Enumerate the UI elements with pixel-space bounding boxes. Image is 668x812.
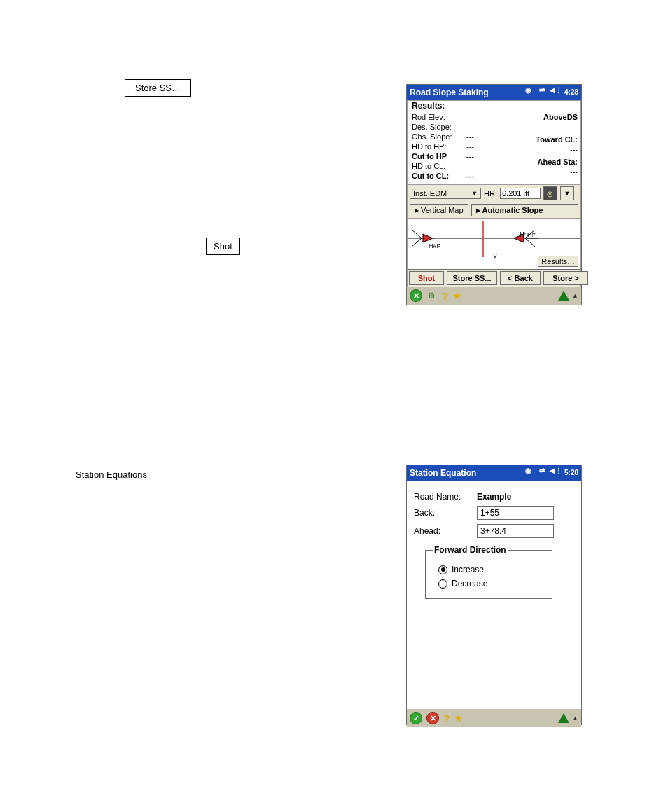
- globe-icon: ◉: [523, 467, 534, 479]
- svg-marker-4: [423, 234, 433, 242]
- results-panel: Results: Rod Elev:---Des. Slope:---Obs. …: [407, 100, 581, 184]
- speaker-icon: ◀⋮: [550, 467, 561, 479]
- result-value: ---: [466, 142, 474, 151]
- result-value: ---: [466, 112, 474, 122]
- ahead-label: Ahead:: [414, 526, 477, 536]
- forward-direction-group: Forward Direction Increase Decrease: [425, 545, 552, 599]
- result-value: ---: [466, 161, 474, 171]
- road-slope-staking-window: Road Slope Staking ◉ ⇄ ◀⋮ 4:28 Results: …: [406, 84, 582, 305]
- result-label: HD to CL:: [412, 161, 466, 171]
- radio-selected-icon: [438, 565, 447, 574]
- toward-cl-label: Toward CL:: [536, 135, 578, 144]
- ahead-input[interactable]: [477, 524, 554, 538]
- tabs-row: ▶ Vertical Map ▶ Automatic Slope: [408, 202, 580, 218]
- forward-direction-legend: Forward Direction: [433, 545, 508, 555]
- result-label: Des. Slope:: [412, 122, 466, 132]
- road-name-label: Road Name:: [414, 492, 477, 502]
- road-name-value: Example: [477, 492, 511, 502]
- inst-edm-select[interactable]: Inst. EDM ▼: [410, 188, 481, 199]
- increase-label: Increase: [452, 565, 484, 574]
- caret-up-icon[interactable]: ▲: [572, 292, 578, 299]
- tri-right-icon: ▶: [476, 207, 480, 214]
- titlebar: Station Equation ◉ ⇄ ◀⋮ 5:20: [407, 465, 581, 481]
- cross-section-map: H#P ᕼᴴH# V Results…: [408, 218, 580, 269]
- increase-option[interactable]: Increase: [438, 565, 545, 574]
- map-right-label: ᕼᴴH#: [520, 231, 536, 238]
- globe-icon: ◉: [523, 87, 534, 98]
- doc-shot-button: Shot: [206, 238, 240, 255]
- window-title: Station Equation: [410, 468, 523, 478]
- hr-row: Inst. EDM ▼ HR: 6.201 ift ◎ ▼: [408, 184, 580, 202]
- result-label: Cut to CL:: [412, 171, 466, 181]
- vertical-map-tab[interactable]: ▶ Vertical Map: [410, 204, 468, 216]
- decrease-label: Decrease: [452, 579, 487, 589]
- automatic-slope-tab[interactable]: ▶ Automatic Slope: [471, 204, 578, 216]
- cancel-icon[interactable]: ✕: [426, 712, 439, 724]
- ahead-sta-value: ---: [570, 167, 578, 176]
- results-button[interactable]: Results…: [538, 256, 578, 267]
- store-button[interactable]: Store >: [543, 271, 588, 285]
- map-v-label: V: [493, 252, 497, 259]
- inst-edm-value: Inst. EDM: [413, 189, 447, 198]
- bottom-toolbar: ✕ 🗎 ? ★ ▲: [407, 287, 581, 305]
- map-left-label: H#P: [429, 242, 441, 249]
- network-icon: ⇄: [536, 87, 548, 98]
- hr-input[interactable]: 6.201 ift: [500, 188, 541, 199]
- results-legend: Results:: [412, 101, 445, 111]
- chevron-down-icon: ▼: [471, 190, 478, 197]
- help-icon[interactable]: ?: [443, 713, 450, 724]
- decrease-option[interactable]: Decrease: [438, 579, 545, 589]
- target-icon: ◎: [547, 190, 553, 198]
- warning-icon[interactable]: [558, 291, 569, 301]
- clock: 5:20: [564, 469, 578, 476]
- bottom-toolbar: ✓ ✕ ? ★ ▲: [407, 709, 581, 727]
- store-ss-button[interactable]: Store SS...: [447, 271, 497, 285]
- toward-cl-value: ---: [570, 145, 578, 153]
- back-label: Back:: [414, 508, 477, 518]
- tri-right-icon: ▶: [415, 207, 419, 214]
- back-input[interactable]: [477, 506, 554, 520]
- svg-line-3: [412, 238, 422, 247]
- shot-button[interactable]: Shot: [409, 271, 444, 285]
- above-ds-label: AboveDS: [543, 113, 578, 121]
- clock: 4:28: [564, 89, 578, 96]
- result-value: ---: [466, 171, 474, 181]
- svg-line-2: [412, 230, 422, 238]
- result-label: Cut to HP: [412, 151, 466, 161]
- hr-dropdown-button[interactable]: ▼: [560, 186, 574, 200]
- result-label: Obs. Slope:: [412, 132, 466, 142]
- result-label: HD to HP:: [412, 142, 466, 151]
- favorite-icon[interactable]: ★: [454, 712, 463, 724]
- station-equations-heading: Station Equations: [76, 469, 147, 481]
- titlebar: Road Slope Staking ◉ ⇄ ◀⋮ 4:28: [407, 85, 581, 100]
- result-value: ---: [466, 132, 474, 142]
- action-row: Shot Store SS... < Back Store >: [408, 269, 580, 287]
- result-value: ---: [466, 122, 474, 132]
- hr-label: HR:: [484, 189, 497, 198]
- window-title: Road Slope Staking: [410, 88, 523, 97]
- svg-line-6: [525, 238, 535, 247]
- above-ds-value: ---: [570, 123, 578, 131]
- doc-store-ss-button: Store SS…: [125, 79, 191, 97]
- vertical-map-label: Vertical Map: [421, 206, 464, 214]
- caret-up-icon[interactable]: ▲: [572, 715, 578, 722]
- chevron-down-icon: ▼: [564, 190, 570, 197]
- hr-value: 6.201 ift: [502, 189, 529, 198]
- ahead-sta-label: Ahead Sta:: [538, 158, 578, 166]
- hr-settings-button[interactable]: ◎: [543, 186, 557, 200]
- help-icon[interactable]: ?: [442, 290, 448, 302]
- ok-icon[interactable]: ✓: [410, 712, 422, 724]
- network-icon: ⇄: [536, 467, 548, 479]
- clipboard-icon[interactable]: 🗎: [426, 290, 438, 301]
- close-icon[interactable]: ✕: [410, 289, 422, 302]
- result-label: Rod Elev:: [412, 112, 466, 122]
- speaker-icon: ◀⋮: [550, 87, 561, 98]
- automatic-slope-label: Automatic Slope: [482, 206, 543, 214]
- back-button[interactable]: < Back: [500, 271, 541, 285]
- warning-icon[interactable]: [558, 713, 569, 723]
- station-equation-window: Station Equation ◉ ⇄ ◀⋮ 5:20 Road Name: …: [406, 465, 582, 725]
- favorite-icon[interactable]: ★: [452, 289, 461, 302]
- result-value: ---: [466, 151, 474, 161]
- radio-unselected-icon: [438, 579, 447, 589]
